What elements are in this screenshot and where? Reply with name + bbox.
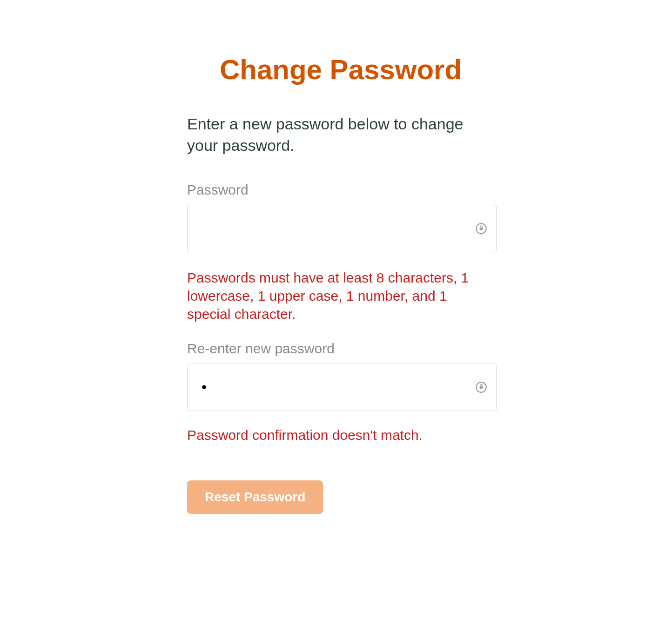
lock-icon [475, 381, 487, 393]
svg-rect-1 [480, 228, 483, 230]
svg-rect-3 [480, 386, 483, 389]
password-input[interactable] [187, 205, 497, 252]
lock-icon [475, 223, 487, 235]
password-input-wrapper [187, 205, 497, 252]
password-error: Passwords must have at least 8 character… [187, 269, 490, 323]
instruction-text: Enter a new password below to change you… [187, 114, 466, 156]
password-field-group: Password Passwords must have at least 8 … [187, 182, 499, 323]
password-label: Password [187, 182, 499, 198]
reset-password-button[interactable]: Reset Password [187, 480, 323, 514]
confirm-password-field-group: Re-enter new password Password confirmat… [187, 341, 499, 444]
confirm-password-input-wrapper [187, 364, 497, 411]
confirm-password-label: Re-enter new password [187, 341, 499, 357]
page-title: Change Password [182, 54, 499, 86]
confirm-password-error: Password confirmation doesn't match. [187, 426, 490, 444]
confirm-password-input[interactable] [187, 364, 497, 411]
change-password-form: Change Password Enter a new password bel… [173, 0, 499, 514]
